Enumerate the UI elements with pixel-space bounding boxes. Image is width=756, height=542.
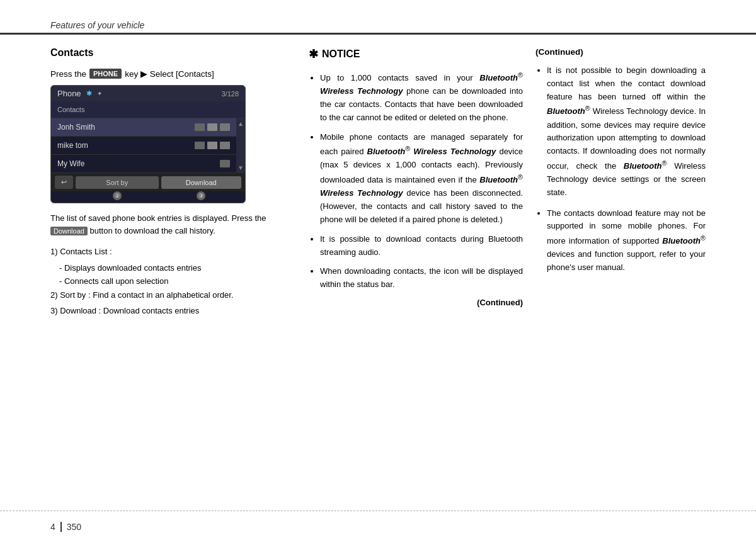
header-bar: Features of your vehicle [0, 0, 756, 35]
left-column: Contacts Press the PHONE key ▶ Select [C… [50, 47, 296, 498]
phone-label: Phone [57, 89, 81, 98]
description-text: The list of saved phone book entries is … [50, 212, 296, 237]
page-label: 350 [67, 522, 81, 532]
phone-footer: ↩ Sort by Download [51, 173, 245, 191]
contact-rows-wrapper: Jonh Smith mike tom [51, 118, 245, 173]
sort-by-button[interactable]: Sort by [76, 176, 159, 189]
middle-column: ✱ NOTICE Up to 1,000 contacts saved in y… [309, 47, 523, 498]
list-item-1: 1) Contacts List : [50, 245, 296, 258]
phone-ui-mockup: Phone ✱ ✦ 3/128 Contacts Jonh Smith [50, 85, 246, 203]
contact-name: mike tom [57, 141, 88, 150]
scroll-up-icon[interactable]: ▲ [238, 120, 244, 127]
section-title: Contacts [50, 47, 296, 59]
circle-label-3: ③ [197, 191, 205, 200]
notice-title: NOTICE [322, 48, 360, 60]
right-item-2: The contacts download feature may not be… [547, 207, 706, 274]
signal-icon: ✦ [97, 90, 102, 97]
header-title: Features of your vehicle [50, 20, 144, 33]
notice-list: Up to 1,000 contacts saved in your Bluet… [309, 70, 523, 291]
press-text-end: key ▶ Select [Contacts] [125, 69, 214, 79]
contacts-label: Contacts [57, 106, 84, 113]
notice-star: ✱ [309, 47, 318, 61]
right-continued-header: (Continued) [536, 47, 706, 57]
contact-icon [220, 123, 230, 131]
notice-header: ✱ NOTICE [309, 47, 523, 61]
press-instruction: Press the PHONE key ▶ Select [Contacts] [50, 69, 296, 79]
page-section: 4 [50, 522, 55, 532]
right-item-1: It is not possible to begin downloading … [547, 64, 706, 200]
download-inline-badge: Download [50, 227, 88, 235]
list-item-3: 3) Download : Download contacts entries [50, 304, 296, 317]
press-text: Press the [50, 69, 86, 79]
scroll-down-icon[interactable]: ▼ [238, 164, 244, 171]
contact-rows: Jonh Smith mike tom [51, 118, 236, 173]
contact-icons [220, 160, 230, 167]
scroll-bar: ▲ ▼ [236, 118, 245, 173]
contact-row[interactable]: Jonh Smith [51, 118, 236, 137]
numbered-list: 1) Contacts List : - Displays downloaded… [50, 245, 296, 317]
back-button[interactable]: ↩ [55, 176, 73, 189]
continued-label: (Continued) [309, 298, 523, 307]
contacts-header-row: Contacts [51, 101, 245, 118]
right-column: (Continued) It is not possible to begin … [536, 47, 706, 498]
contact-row[interactable]: My Wife [51, 155, 236, 173]
content-area: Contacts Press the PHONE key ▶ Select [C… [0, 35, 756, 511]
notice-item-2: Mobile phone contacts are managed separa… [320, 131, 523, 227]
contact-icons [195, 123, 230, 131]
contact-icon [195, 142, 205, 149]
notice-item-4: When downloading contacts, the icon will… [320, 265, 523, 291]
contact-icon [220, 160, 230, 167]
contact-icon [195, 123, 205, 131]
contact-row[interactable]: mike tom [51, 137, 236, 155]
right-list: It is not possible to begin downloading … [536, 64, 706, 274]
page-count: 3/128 [221, 90, 239, 98]
page-number: 4 350 [50, 522, 81, 532]
contact-icon [207, 142, 217, 149]
download-button[interactable]: Download [161, 176, 242, 189]
contact-name: My Wife [57, 159, 84, 168]
circle-label-2: ② [113, 191, 122, 200]
contact-icons [195, 142, 230, 149]
phone-header: Phone ✱ ✦ 3/128 [51, 86, 245, 101]
notice-item-1: Up to 1,000 contacts saved in your Bluet… [320, 70, 523, 125]
contact-icon [220, 142, 230, 149]
phone-badge: PHONE [89, 69, 122, 79]
list-item-2: 2) Sort by : Find a contact in an alphab… [50, 288, 296, 302]
bluetooth-icon: ✱ [86, 89, 92, 98]
footer-labels: ② ③ [51, 191, 245, 203]
footer: 4 350 [0, 511, 756, 542]
list-subitem-1-1: - Displays downloaded contacts entries [59, 261, 296, 274]
notice-item-3: It is possible to download contacts duri… [320, 233, 523, 259]
page-divider [60, 522, 62, 532]
phone-header-left: Phone ✱ ✦ [57, 89, 102, 98]
list-subitem-1-2: - Connects call upon selection [59, 274, 296, 288]
contact-icon [207, 123, 217, 131]
contact-name: Jonh Smith [57, 123, 95, 132]
